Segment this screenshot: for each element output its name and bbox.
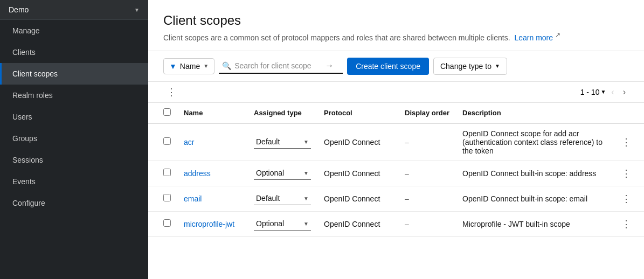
select-all-col bbox=[148, 103, 177, 123]
row-actions-cell: ⋮ bbox=[612, 123, 644, 161]
row-description-cell: Microprofile - JWT built-in scope bbox=[456, 211, 612, 236]
assigned-type-dropdown-1[interactable]: Optional ▼ bbox=[254, 166, 311, 180]
assigned-type-value-1: Optional bbox=[256, 169, 284, 177]
external-link-icon: ↗ bbox=[555, 31, 560, 39]
per-page-selector[interactable]: 1 - 10 ▼ bbox=[580, 88, 606, 96]
change-type-label: Change type to bbox=[440, 62, 491, 71]
sidebar: Demo ▼ ManageClientsClient scopesRealm r… bbox=[0, 0, 148, 279]
page-header: Client scopes Client scopes are a common… bbox=[148, 0, 644, 51]
filter-chevron-icon: ▼ bbox=[203, 63, 209, 69]
row-name-cell: microprofile-jwt bbox=[177, 211, 247, 236]
scope-name-link-1[interactable]: address bbox=[184, 169, 211, 178]
table-header-row: Name Assigned type Protocol Display orde… bbox=[148, 103, 644, 123]
row-checkbox-cell bbox=[148, 161, 177, 186]
description-value-1: OpenID Connect built-in scope: address bbox=[462, 169, 596, 178]
col-name: Name bbox=[177, 103, 247, 123]
type-dropdown-chevron-icon: ▼ bbox=[303, 139, 309, 145]
assigned-type-value-0: Default bbox=[256, 137, 280, 146]
row-actions-cell: ⋮ bbox=[612, 186, 644, 211]
row-type-cell: Default ▼ bbox=[247, 123, 317, 161]
row-name-cell: address bbox=[177, 161, 247, 186]
row-description-cell: OpenID Connect built-in scope: email bbox=[456, 186, 612, 211]
row-checkbox-cell bbox=[148, 211, 177, 236]
table-body: acr Default ▼ OpenID Connect – OpenID Co… bbox=[148, 123, 644, 237]
row-description-cell: OpenID Connect built-in scope: address bbox=[456, 161, 612, 186]
row-checkbox-2[interactable] bbox=[163, 194, 171, 201]
row-description-cell: OpenID Connect scope for add acr (authen… bbox=[456, 123, 612, 161]
table-container: Name Assigned type Protocol Display orde… bbox=[148, 103, 644, 237]
row-actions-cell: ⋮ bbox=[612, 211, 644, 236]
description-value-3: Microprofile - JWT built-in scope bbox=[462, 220, 570, 228]
client-scopes-table: Name Assigned type Protocol Display orde… bbox=[148, 103, 644, 237]
row-checkbox-0[interactable] bbox=[163, 137, 171, 145]
sidebar-item-configure[interactable]: Configure bbox=[0, 192, 148, 214]
col-display-order: Display order bbox=[398, 103, 456, 123]
display-order-value-3: – bbox=[405, 220, 409, 228]
row-display-order-cell: – bbox=[398, 211, 456, 236]
row-name-cell: acr bbox=[177, 123, 247, 161]
scope-name-link-0[interactable]: acr bbox=[184, 138, 194, 147]
filter-label: Name bbox=[180, 62, 200, 71]
scope-name-link-3[interactable]: microprofile-jwt bbox=[184, 220, 234, 228]
assigned-type-dropdown-2[interactable]: Default ▼ bbox=[254, 192, 311, 205]
row-checkbox-3[interactable] bbox=[163, 219, 171, 227]
row-checkbox-cell bbox=[148, 186, 177, 211]
assigned-type-value-3: Optional bbox=[256, 219, 284, 228]
search-icon: 🔍 bbox=[222, 61, 231, 70]
realm-selector[interactable]: Demo ▼ bbox=[0, 0, 148, 20]
row-protocol-cell: OpenID Connect bbox=[317, 123, 398, 161]
scope-name-link-2[interactable]: email bbox=[184, 194, 202, 203]
sidebar-item-manage[interactable]: Manage bbox=[0, 20, 148, 41]
row-protocol-cell: OpenID Connect bbox=[317, 186, 398, 211]
sidebar-item-sessions[interactable]: Sessions bbox=[0, 149, 148, 171]
row-actions-button-2[interactable]: ⋮ bbox=[618, 192, 634, 206]
row-display-order-cell: – bbox=[398, 186, 456, 211]
row-actions-button-1[interactable]: ⋮ bbox=[618, 166, 634, 180]
select-all-checkbox[interactable] bbox=[163, 108, 171, 116]
search-container: 🔍 → bbox=[219, 59, 343, 74]
assigned-type-dropdown-3[interactable]: Optional ▼ bbox=[254, 217, 311, 231]
col-description: Description bbox=[456, 103, 612, 123]
page-subtitle: Client scopes are a common set of protoc… bbox=[163, 31, 629, 42]
table-row: email Default ▼ OpenID Connect – OpenID … bbox=[148, 186, 644, 211]
change-type-button[interactable]: Change type to ▼ bbox=[433, 58, 507, 75]
sidebar-item-clients[interactable]: Clients bbox=[0, 41, 148, 63]
display-order-value-2: – bbox=[405, 194, 409, 203]
change-type-chevron-icon: ▼ bbox=[495, 63, 500, 69]
sidebar-item-events[interactable]: Events bbox=[0, 171, 148, 192]
row-protocol-cell: OpenID Connect bbox=[317, 161, 398, 186]
learn-more-link[interactable]: Learn more bbox=[514, 33, 553, 42]
row-checkbox-1[interactable] bbox=[163, 169, 171, 176]
page-title: Client scopes bbox=[163, 13, 629, 28]
sidebar-item-groups[interactable]: Groups bbox=[0, 128, 148, 149]
next-page-button[interactable]: › bbox=[620, 85, 629, 99]
create-client-scope-button[interactable]: Create client scope bbox=[347, 58, 429, 75]
table-row: address Optional ▼ OpenID Connect – Open… bbox=[148, 161, 644, 186]
sidebar-item-realm-roles[interactable]: Realm roles bbox=[0, 85, 148, 106]
sidebar-nav: ManageClientsClient scopesRealm rolesUse… bbox=[0, 20, 148, 214]
pagination-range: 1 - 10 bbox=[580, 88, 600, 96]
type-dropdown-chevron-icon: ▼ bbox=[303, 196, 309, 201]
row-actions-button-3[interactable]: ⋮ bbox=[618, 217, 634, 231]
table-row: microprofile-jwt Optional ▼ OpenID Conne… bbox=[148, 211, 644, 236]
chevron-down-icon: ▼ bbox=[134, 7, 140, 13]
protocol-value-3: OpenID Connect bbox=[324, 220, 380, 228]
sidebar-item-users[interactable]: Users bbox=[0, 106, 148, 128]
bulk-actions-button[interactable]: ⋮ bbox=[163, 85, 179, 99]
row-display-order-cell: – bbox=[398, 161, 456, 186]
sidebar-item-client-scopes[interactable]: Client scopes bbox=[0, 63, 148, 85]
filter-dropdown[interactable]: ▼ Name ▼ bbox=[163, 58, 214, 74]
row-type-cell: Default ▼ bbox=[247, 186, 317, 211]
row-protocol-cell: OpenID Connect bbox=[317, 211, 398, 236]
description-value-2: OpenID Connect built-in scope: email bbox=[462, 194, 587, 203]
assigned-type-dropdown-0[interactable]: Default ▼ bbox=[254, 135, 311, 149]
main-content: Client scopes Client scopes are a common… bbox=[148, 0, 644, 279]
toolbar-secondary: ⋮ 1 - 10 ▼ ‹ › bbox=[148, 82, 644, 103]
row-type-cell: Optional ▼ bbox=[247, 161, 317, 186]
prev-page-button[interactable]: ‹ bbox=[608, 85, 617, 99]
search-input[interactable] bbox=[234, 61, 321, 70]
filter-icon: ▼ bbox=[169, 62, 177, 71]
protocol-value-2: OpenID Connect bbox=[324, 194, 380, 203]
search-submit-button[interactable]: → bbox=[324, 61, 335, 71]
row-actions-button-0[interactable]: ⋮ bbox=[618, 135, 634, 149]
